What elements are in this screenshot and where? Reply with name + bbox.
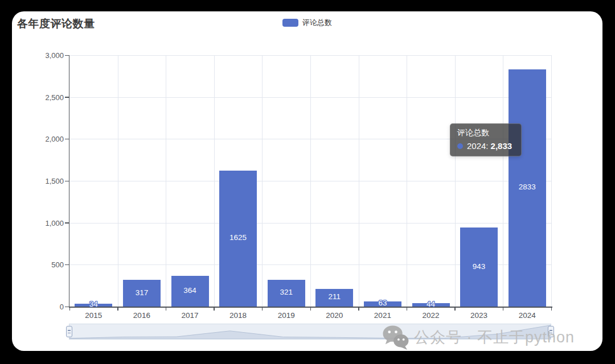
bar-value-label: 2833 [509,183,546,191]
plot-area: 05001,0001,5002,0002,5003,00020152016201… [69,55,551,307]
x-axis-label-2021: 2021 [359,311,407,320]
bar-value-label: 63 [364,299,401,307]
x-axis-tick [551,307,552,311]
bar-value-label: 34 [75,300,112,308]
x-axis-tick [310,307,311,311]
y-axis-tick [65,55,69,56]
y-axis-tick [65,307,69,308]
tooltip-category: 2024: [467,141,489,151]
bar-value-label: 943 [460,262,498,271]
x-axis-label-2022: 2022 [407,311,455,320]
tooltip-marker-icon [457,143,463,149]
x-gridline [214,55,215,307]
chart-card: 各年度评论数量 评论总数 05001,0001,5002,0002,5003,0… [12,11,602,351]
x-axis-label-2023: 2023 [455,311,503,320]
bar-value-label: 321 [268,288,305,296]
tooltip-value: 2,833 [491,141,512,151]
x-axis-tick [262,307,263,311]
datazoom-shadow [69,324,551,339]
bar-value-label: 364 [171,286,209,295]
legend: 评论总数 [12,18,602,28]
x-gridline [118,55,118,307]
tooltip-series-name: 评论总数 [457,128,514,138]
x-axis-label-2020: 2020 [310,311,359,320]
x-axis-tick [117,307,118,311]
x-axis-label-2015: 2015 [69,311,118,320]
datazoom-left-handle[interactable] [66,326,72,337]
y-axis-tick [65,222,69,224]
tooltip-value-line: 2024: 2,833 [457,141,514,151]
x-axis-label-2017: 2017 [166,311,214,320]
x-gridline [262,55,263,307]
x-axis-tick [358,307,359,311]
bar-value-label: 211 [315,292,353,301]
x-gridline [359,55,359,307]
bar-value-label: 44 [412,300,450,308]
legend-swatch-icon[interactable] [282,19,298,27]
x-gridline [310,55,311,307]
x-axis-label-2019: 2019 [262,311,310,320]
y-axis-label: 3,000 [18,51,64,60]
x-gridline [407,55,407,307]
x-axis-label-2024: 2024 [503,311,551,320]
bar-value-label: 1625 [219,233,257,242]
y-axis-tick [65,181,69,182]
legend-label[interactable]: 评论总数 [302,18,332,28]
y-axis-label: 2,500 [18,93,64,102]
y-axis-tick [65,139,69,140]
x-axis-tick [69,307,71,311]
y-axis-label: 1,000 [18,219,64,228]
y-axis-tick [65,97,69,98]
x-axis-label-2018: 2018 [214,311,263,320]
x-axis-label-2016: 2016 [118,311,166,320]
x-axis-tick [166,307,167,311]
x-gridline [551,55,552,307]
datazoom-right-handle[interactable] [548,326,554,337]
x-axis-tick [503,307,504,311]
datazoom-slider[interactable] [69,324,551,340]
x-axis-tick [454,307,456,311]
x-axis-tick [214,307,215,311]
x-axis-tick [407,307,408,311]
y-axis-label: 0 [18,303,64,311]
tooltip: 评论总数 2024: 2,833 [450,123,522,156]
y-axis-label: 2,000 [18,135,64,143]
x-gridline [166,55,166,307]
y-axis-label: 500 [18,260,64,269]
x-gridline [503,55,503,307]
y-axis-label: 1,500 [18,177,64,185]
bar-value-label: 317 [123,288,161,297]
x-gridline [455,55,456,307]
y-axis-tick [65,264,69,266]
